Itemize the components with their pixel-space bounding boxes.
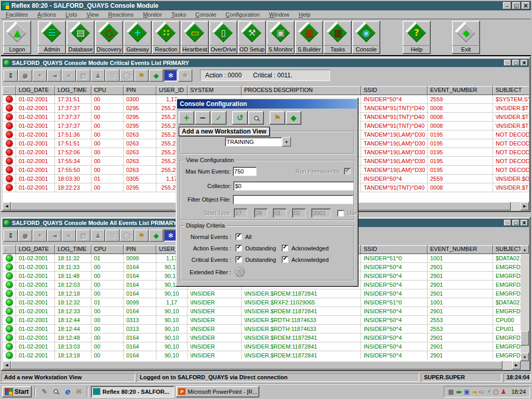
toolbar-button-console[interactable]: ◉Console [352,21,380,54]
toolbar-button-gateway[interactable]: +Gateway [124,21,152,54]
scroll-thumb[interactable] [521,331,529,345]
table-row[interactable]: 01-02-200118:13:0300016490,10\INSIDER\IN… [3,342,521,351]
table-row[interactable]: 01-02-200118:12:4400031390,10\INSIDER\IN… [3,316,521,325]
task-button-reflex-80-20-salfor-[interactable]: Reflex 80:20 - SALFOR... [91,386,174,397]
add-button[interactable]: + [179,111,194,125]
maximize-button[interactable] [512,220,520,226]
scroll-left-button[interactable]: ◀ [3,361,11,369]
column-header-event-number[interactable]: EVENT_NUMBER [428,245,493,254]
toolbar-button-logon[interactable]: ▲Logon [3,21,31,54]
column-header-user-id[interactable]: USER_ID [156,86,188,95]
desktop-pencil-icon[interactable]: ✎ [38,387,50,397]
extended-filter-button[interactable] [235,268,244,276]
chevron-down-icon[interactable] [282,137,291,147]
workstation-view-combo[interactable]: TRAINING [225,137,291,147]
column-header-system[interactable]: SYSTEM [188,86,242,95]
runner-flag-button[interactable]: ⚑ [270,111,285,125]
toolbar-button-s-builder[interactable]: ▦S.Builder [295,21,323,54]
scheduler-icon[interactable]: ▦ [448,389,454,395]
table-row[interactable]: 01-02-200118:12:4800016490,10\INSIDER\IN… [3,334,521,342]
close-button[interactable] [521,220,528,226]
action-acknowledged-checkbox[interactable] [282,245,288,251]
action-outstanding-checkbox[interactable] [235,245,242,251]
toolbar-button-help[interactable]: ?Help [403,21,431,54]
column-header-log-date[interactable]: LOG_DATE [16,245,55,254]
close-button[interactable] [521,60,528,66]
sliders-icon[interactable]: ⇕ [4,70,18,82]
table-row[interactable]: 01-02-200118:12:4400031390,10\INSIDER\IN… [3,325,521,334]
critical-outstanding-checkbox[interactable] [235,256,242,263]
menu-item-tasks[interactable]: Tasks [167,11,191,18]
column-header-log-time[interactable]: LOG_TIME [55,245,91,254]
scroll-right-button[interactable]: ▶ [512,361,521,369]
collector-field[interactable]: $0 [233,181,354,191]
sliders-icon[interactable]: ⇕ [4,230,18,242]
scroll-down-button[interactable]: ▼ [521,353,529,361]
task-button-microsoft-powerpoint-r-[interactable]: PMicrosoft PowerPoint - [R... [176,386,259,397]
menu-item-configuration[interactable]: Configuration [221,11,264,18]
column-header-subject[interactable]: SUBJECT [493,245,521,254]
column-header-pin[interactable]: PIN [124,245,156,254]
apply-check-button[interactable]: ✓ [211,111,227,125]
restore-button[interactable] [512,2,521,9]
column-header-ssid[interactable]: SSID [361,245,428,254]
find-icon[interactable] [50,387,61,397]
agent-icon[interactable]: ♟ [501,389,507,395]
column-header-event-number[interactable]: EVENT_NUMBER [428,86,493,95]
column-header-subject[interactable]: SUBJECT [493,86,529,95]
toolbar-button-database[interactable]: ▤Database [66,21,95,54]
max-num-events-field[interactable]: 750 [233,167,257,176]
toolbar-button-overdrive[interactable]: ▯OverDrive [209,21,237,54]
mail-icon[interactable]: ✉ [73,387,84,397]
column-header-cpu[interactable]: CPU [91,86,124,95]
critical-acknowledged-checkbox[interactable] [282,256,288,263]
menu-item-window[interactable]: Window [264,11,294,18]
normal-all-checkbox[interactable] [235,233,242,240]
maximize-button[interactable] [512,60,520,66]
minimize-button[interactable] [503,2,511,9]
close-button[interactable] [522,2,530,9]
column-header-pin[interactable]: PIN [124,86,156,95]
menu-item-reactions[interactable]: Reactions [103,11,138,18]
runner-flag-icon[interactable]: ⚑ [135,70,149,82]
toolbar-button-exit[interactable]: ◆Exit [452,21,480,54]
table-row[interactable]: 01-02-200118:12:1800016490,10\INSIDER\IN… [3,289,521,298]
menu-item-facilities[interactable]: Facilities [1,11,33,18]
column-header--[interactable]: . [3,245,16,254]
toolbar-button-tasks[interactable]: ▥Tasks [324,21,352,54]
toolbar-button-heartbeat[interactable]: ▭Heartbeat [181,21,209,54]
scroll-left-button[interactable]: ◀ [3,202,11,210]
start-button[interactable]: Start [2,386,32,397]
card-icon[interactable]: ▬ [456,389,462,395]
toolbar-button-od-setup[interactable]: ⚒OD Setup [238,21,266,54]
column-header-cpu[interactable]: CPU [91,245,124,254]
remove-button[interactable]: − [195,111,210,125]
toolbar-button-admin[interactable]: ☰Admin [38,21,66,54]
internet-explorer-icon[interactable]: e [61,387,73,397]
magnifier-clock-icon[interactable]: ○ [493,389,498,395]
column-header-log-time[interactable]: LOG_TIME [55,86,91,95]
scroll-up-button[interactable]: ▲ [521,245,529,254]
globe-diamond-icon[interactable]: ◆ [149,230,163,242]
volume-icon[interactable]: ◄ [472,389,476,395]
horizontal-scrollbar[interactable]: ◀ ▶ [3,361,521,369]
filter-object-file-field[interactable] [233,195,353,204]
display-settings-icon[interactable]: ▣ [464,389,470,395]
column-header-ssid[interactable]: SSID [361,86,428,95]
toolbar-button-s-monitor[interactable]: ▣S.Monitor [267,21,295,54]
minimize-button[interactable] [504,220,511,226]
menu-item-actions[interactable]: Actions [33,11,61,18]
scroll-right-button[interactable]: ▶ [521,202,529,210]
table-row[interactable]: 01-02-200118:13:1800016490,10\INSIDER\IN… [3,351,521,360]
runner-flag-icon[interactable]: ⚑ [135,230,149,242]
menu-item-monitor[interactable]: Monitor [138,11,167,18]
table-row[interactable]: 01-02-200118:12:3300016490,10\INSIDER\IN… [3,307,521,316]
find-button[interactable] [248,111,264,125]
scroll-thumb[interactable] [11,361,502,369]
menu-item-lists[interactable]: Lists [61,11,82,18]
column-header--[interactable]: . [3,86,16,95]
refresh-button[interactable]: ↺ [232,111,248,125]
toolbar-button-reaction[interactable]: ∷Reaction [152,21,180,54]
network-monitor-icon[interactable]: ▭ [478,389,484,395]
column-header-process-description[interactable]: PROCESS DESCRIPTION [242,86,361,95]
